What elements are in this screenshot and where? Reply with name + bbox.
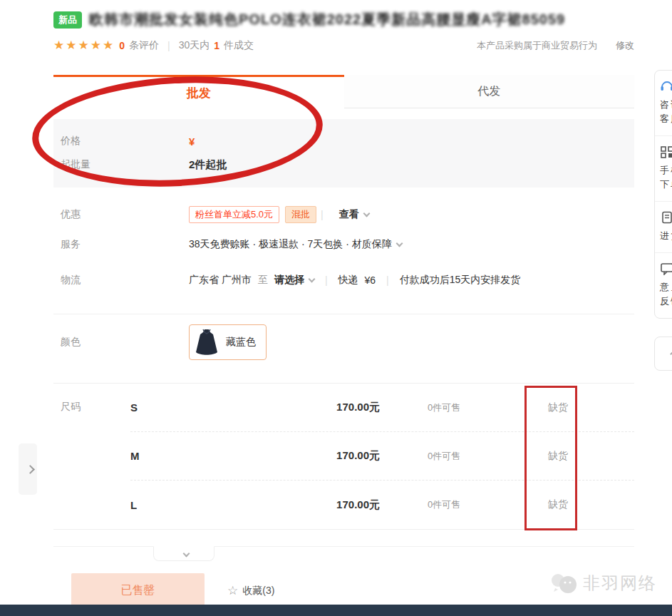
chevron-down-icon — [183, 550, 190, 558]
sku-row-s: S 170.00元 0件可售 缺货 — [130, 384, 634, 432]
logistics-label: 物流 — [53, 274, 130, 287]
color-swatch-image — [193, 328, 220, 356]
moq-value: 2件起批 — [189, 158, 227, 172]
sidebar-item-customer-service[interactable]: 咨询 客服 — [655, 71, 672, 135]
express-label: 快递 — [338, 274, 358, 287]
price-label: 价格 — [53, 135, 130, 148]
tab-dropship[interactable]: 代发 — [344, 75, 635, 108]
sidebar-label: 进货单 — [660, 229, 672, 243]
divider: | — [382, 274, 393, 286]
sales-count: 1 — [214, 40, 219, 51]
sku-table: 尺码 S 170.00元 0件可售 缺货 M 170.00元 0件可售 缺货 L… — [53, 384, 634, 530]
sold-out-button[interactable]: 已售罄 — [71, 573, 205, 608]
color-option-navy[interactable]: 藏蓝色 — [189, 324, 267, 360]
rating-row: ★★★★★ 0 条评价 | 30天内 1 件成交 本产品采购属于商业贸易行为 修… — [53, 38, 634, 53]
section-divider — [53, 529, 634, 530]
qr-phone-icon — [660, 145, 672, 158]
sku-stock: 0件可售 — [380, 498, 508, 511]
chevron-down-icon — [363, 210, 370, 217]
price-panel: 价格 ¥ 起批量 2件起批 — [53, 119, 634, 188]
express-fee: ¥6 — [365, 274, 376, 286]
sales-unit-label: 件成交 — [224, 39, 254, 52]
ship-to-label: 至 — [258, 274, 268, 287]
star-outline-icon: ☆ — [227, 583, 238, 598]
sku-stock: 0件可售 — [380, 401, 508, 414]
section-divider — [53, 314, 634, 314]
promo-row: 优惠 粉丝首单立减5.0元 混批 | 查看 — [53, 206, 634, 223]
service-row: 服务 38天免费赊账 · 极速退款 · 7天包换 · 材质保障 — [53, 238, 634, 251]
color-row: 颜色 藏蓝色 — [53, 324, 634, 360]
sku-status: 缺货 — [508, 450, 608, 463]
watermark: 非羽网络 — [549, 571, 657, 595]
size-label: 尺码 — [61, 401, 81, 414]
sidebar-label: 客服 — [660, 112, 672, 126]
order-list-icon — [660, 211, 672, 224]
favorite-button[interactable]: ☆ 收藏(3) — [227, 583, 274, 598]
sidebar-item-feedback[interactable]: 意见 反馈 — [655, 252, 672, 318]
moq-label: 起批量 — [53, 158, 130, 171]
sidebar-item-purchase-list[interactable]: 进货单 — [655, 201, 672, 252]
footer-actions: 已售罄 ☆ 收藏(3) — [53, 573, 634, 608]
coupon-tag: 粉丝首单立减5.0元 — [189, 206, 279, 223]
chevron-down-icon — [308, 276, 315, 283]
collapse-sku-button[interactable] — [153, 546, 214, 561]
sku-row-l: L 170.00元 0件可售 缺货 — [130, 481, 634, 529]
feedback-icon — [660, 262, 672, 275]
sku-status: 缺货 — [508, 498, 608, 511]
trade-note: 本产品采购属于商业贸易行为 — [477, 39, 597, 52]
sidebar-label: 反馈 — [660, 294, 672, 309]
sku-price: 170.00元 — [244, 498, 380, 512]
destination-select[interactable]: 请选择 — [274, 274, 314, 287]
favorite-label: 收藏(3) — [242, 585, 274, 597]
review-count: 0 — [119, 40, 125, 51]
sales-window-label: 30天内 — [179, 39, 210, 52]
sidebar-label: 意见 — [660, 280, 672, 294]
product-header: 新品 欧韩市潮批发女装纯色POLO连衣裙2022夏季新品高腰显瘦A字裙85059 — [53, 10, 634, 29]
sidebar-label: 咨询 — [660, 98, 672, 112]
view-promos-link[interactable]: 查看 — [339, 208, 369, 221]
price-value: ¥ — [189, 135, 195, 148]
sidebar-label: 手机 — [660, 163, 672, 178]
sku-price: 170.00元 — [244, 401, 380, 414]
product-page: 新品 欧韩市潮批发女装纯色POLO连衣裙2022夏季新品高腰显瘦A字裙85059… — [0, 0, 672, 616]
dispatch-note: 付款成功后15天内安排发货 — [400, 274, 521, 287]
watermark-logo-icon — [549, 571, 579, 595]
headset-icon — [660, 80, 672, 93]
service-guarantees[interactable]: 38天免费赊账 · 极速退款 · 7天包换 · 材质保障 — [189, 238, 402, 251]
sku-size: M — [130, 450, 244, 462]
review-label: 条评价 — [129, 39, 159, 52]
sidebar-label: 下单 — [660, 178, 672, 192]
modify-link[interactable]: 修改 — [616, 39, 634, 52]
expander-row — [53, 546, 634, 562]
divider: | — [163, 40, 175, 51]
product-title: 欧韩市潮批发女装纯色POLO连衣裙2022夏季新品高腰显瘦A字裙85059 — [89, 10, 565, 29]
watermark-text: 非羽网络 — [583, 572, 657, 595]
mix-batch-tag: 混批 — [285, 206, 316, 223]
ship-from: 广东省 广州市 — [189, 274, 252, 287]
chevron-down-icon — [396, 240, 403, 247]
sku-status: 缺货 — [508, 401, 608, 414]
new-product-badge: 新品 — [53, 11, 82, 29]
logistics-row: 物流 广东省 广州市 至 请选择 | 快递 ¥6 | 付款成功后15天内安排发货 — [53, 274, 634, 287]
back-to-top-button[interactable] — [654, 337, 672, 371]
sku-size: L — [130, 499, 244, 511]
star-rating-icon: ★★★★★ — [53, 38, 115, 53]
right-sidebar: 咨询 客服 手机 下单 进货单 意 — [654, 70, 672, 319]
sidebar-item-mobile-order[interactable]: 手机 下单 — [655, 135, 672, 201]
tab-wholesale[interactable]: 批发 — [53, 75, 344, 108]
promo-label: 优惠 — [53, 208, 130, 221]
sku-row-m: M 170.00元 0件可售 缺货 — [130, 432, 634, 481]
left-panel-expander[interactable] — [19, 443, 37, 495]
sku-price: 170.00元 — [244, 449, 380, 463]
color-label: 颜色 — [53, 336, 130, 349]
divider: | — [316, 209, 328, 220]
sku-size: S — [130, 401, 244, 414]
offer-tabs: 批发 代发 — [53, 75, 634, 108]
divider: | — [321, 274, 332, 286]
sku-stock: 0件可售 — [380, 450, 508, 463]
chevron-right-icon — [26, 465, 35, 474]
bottom-bar — [0, 605, 672, 616]
color-option-label: 藏蓝色 — [226, 336, 256, 349]
service-label: 服务 — [53, 238, 130, 251]
